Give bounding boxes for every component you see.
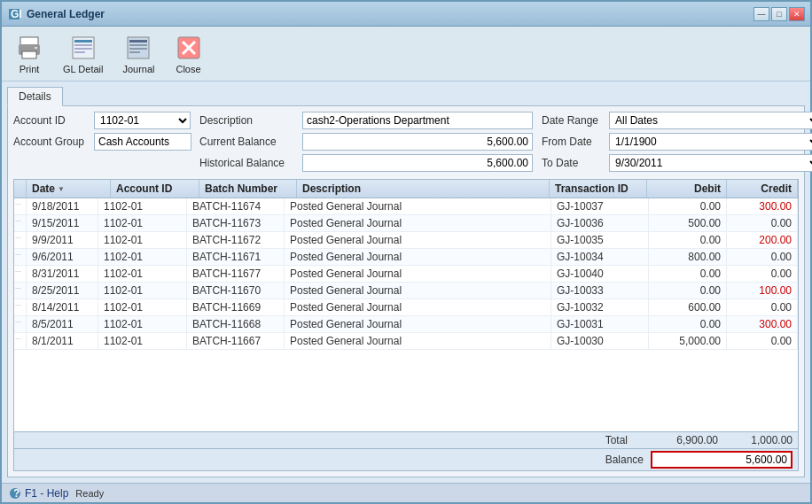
date-range-row: Date Range All Dates — [542, 112, 812, 129]
col-dots — [14, 180, 27, 198]
row-dots: ··· — [14, 316, 27, 332]
print-icon — [15, 34, 43, 62]
cell-date: 9/6/2011 — [27, 249, 98, 265]
to-date-select[interactable]: 9/30/2011 — [609, 154, 812, 172]
current-balance-label: Current Balance — [199, 136, 297, 148]
cell-transaction: GJ-10040 — [551, 266, 649, 282]
cell-transaction: GJ-10033 — [551, 283, 649, 299]
cell-credit: 300.00 — [727, 316, 798, 332]
from-date-row: From Date 1/1/1900 — [542, 133, 812, 151]
cell-transaction: GJ-10034 — [551, 249, 649, 265]
cell-account: 1102-01 — [98, 249, 187, 265]
description-input[interactable] — [302, 112, 533, 129]
cell-debit: 500.00 — [649, 215, 727, 231]
table-row[interactable]: ··· 8/25/2011 1102-01 BATCH-11670 Posted… — [14, 283, 798, 299]
cell-description: Posted General Journal — [285, 249, 551, 265]
col-trans-header[interactable]: Transaction ID — [550, 180, 647, 198]
cell-date: 9/15/2011 — [27, 215, 98, 231]
cell-account: 1102-01 — [98, 266, 187, 282]
row-dots: ··· — [14, 333, 27, 349]
cell-transaction: GJ-10037 — [551, 198, 649, 214]
cell-debit: 600.00 — [649, 299, 727, 315]
date-range-select[interactable]: All Dates — [609, 112, 812, 129]
credit-total: 1,000.00 — [722, 434, 792, 446]
col-debit-header[interactable]: Debit — [647, 180, 727, 198]
current-balance-input[interactable] — [302, 133, 533, 151]
col-date-header[interactable]: Date ▼ — [27, 180, 111, 198]
account-group-input[interactable] — [94, 133, 191, 151]
table-row[interactable]: ··· 8/1/2011 1102-01 BATCH-11667 Posted … — [14, 333, 798, 350]
table-row[interactable]: ··· 8/14/2011 1102-01 BATCH-11669 Posted… — [14, 299, 798, 316]
table-row[interactable]: ··· 9/18/2011 1102-01 BATCH-11674 Posted… — [14, 198, 798, 215]
close-window-button[interactable]: ✕ — [789, 7, 805, 21]
grid-header: Date ▼ Account ID Batch Number Descripti… — [14, 180, 798, 198]
col-desc-header[interactable]: Description — [297, 180, 550, 198]
date-range-label: Date Range — [542, 114, 604, 127]
cell-credit: 0.00 — [727, 249, 798, 265]
cell-date: 8/14/2011 — [27, 299, 98, 315]
col-batch-header[interactable]: Batch Number — [199, 180, 297, 198]
balance-row: Balance 5,600.00 — [14, 448, 798, 470]
journal-icon — [124, 34, 152, 62]
balance-label: Balance — [605, 454, 644, 466]
window-controls: — □ ✕ — [753, 7, 805, 21]
table-row[interactable]: ··· 9/9/2011 1102-01 BATCH-11672 Posted … — [14, 232, 798, 249]
table-row[interactable]: ··· 8/5/2011 1102-01 BATCH-11668 Posted … — [14, 316, 798, 333]
data-grid: Date ▼ Account ID Batch Number Descripti… — [13, 179, 799, 471]
col-account-header[interactable]: Account ID — [111, 180, 199, 198]
account-group-row: Account Group — [13, 133, 191, 151]
cell-credit: 300.00 — [727, 198, 798, 214]
close-button[interactable]: Close — [168, 31, 209, 77]
from-date-select[interactable]: 1/1/1900 — [609, 133, 812, 151]
cell-credit: 200.00 — [727, 232, 798, 248]
window-title: General Ledger — [27, 8, 753, 20]
help-area: ? F1 - Help — [9, 487, 68, 500]
details-panel: Account ID 1102-01 Account Group Descrip… — [7, 105, 805, 477]
status-bar: ? F1 - Help Ready — [2, 483, 810, 502]
svg-rect-8 — [74, 44, 92, 46]
cell-batch: BATCH-11670 — [187, 283, 285, 299]
historical-balance-row: Historical Balance — [199, 154, 533, 172]
cell-account: 1102-01 — [98, 215, 187, 231]
historical-balance-input[interactable] — [302, 154, 533, 172]
print-button[interactable]: Print — [9, 31, 50, 77]
cell-credit: 0.00 — [727, 215, 798, 231]
table-row[interactable]: ··· 8/31/2011 1102-01 BATCH-11677 Posted… — [14, 266, 798, 283]
debit-total: 6,900.00 — [640, 434, 718, 446]
cell-batch: BATCH-11677 — [187, 266, 285, 282]
cell-debit: 5,000.00 — [649, 333, 727, 349]
svg-text:GL: GL — [11, 8, 21, 20]
maximize-button[interactable]: □ — [771, 7, 787, 21]
gl-detail-button[interactable]: GL Detail — [57, 31, 109, 77]
grid-body: ··· 9/18/2011 1102-01 BATCH-11674 Posted… — [14, 198, 798, 431]
cell-credit: 100.00 — [727, 283, 798, 299]
print-label: Print — [20, 64, 40, 74]
account-id-select[interactable]: 1102-01 — [94, 112, 191, 129]
title-bar: GL General Ledger — □ ✕ — [2, 2, 810, 27]
cell-debit: 0.00 — [649, 266, 727, 282]
app-icon: GL — [7, 7, 21, 21]
svg-rect-13 — [129, 44, 147, 46]
account-id-row: Account ID 1102-01 — [13, 112, 191, 129]
row-dots: ··· — [14, 283, 27, 299]
historical-balance-label: Historical Balance — [199, 157, 297, 169]
account-id-label: Account ID — [13, 114, 89, 127]
cell-description: Posted General Journal — [285, 299, 551, 315]
minimize-button[interactable]: — — [753, 7, 769, 21]
col-credit-header[interactable]: Credit — [727, 180, 798, 198]
tab-bar: Details — [7, 87, 805, 106]
tab-details[interactable]: Details — [7, 87, 63, 106]
row-dots: ··· — [14, 215, 27, 231]
cell-date: 9/9/2011 — [27, 232, 98, 248]
cell-description: Posted General Journal — [285, 215, 551, 231]
grid-total-row: Total 6,900.00 1,000.00 — [14, 431, 798, 448]
cell-date: 8/31/2011 — [27, 266, 98, 282]
cell-batch: BATCH-11669 — [187, 299, 285, 315]
table-row[interactable]: ··· 9/15/2011 1102-01 BATCH-11673 Posted… — [14, 215, 798, 232]
cell-description: Posted General Journal — [285, 333, 551, 349]
current-balance-row: Current Balance — [199, 133, 533, 151]
journal-button[interactable]: Journal — [116, 31, 160, 77]
balance-box: 5,600.00 — [651, 451, 792, 469]
table-row[interactable]: ··· 9/6/2011 1102-01 BATCH-11671 Posted … — [14, 249, 798, 266]
cell-batch: BATCH-11671 — [187, 249, 285, 265]
